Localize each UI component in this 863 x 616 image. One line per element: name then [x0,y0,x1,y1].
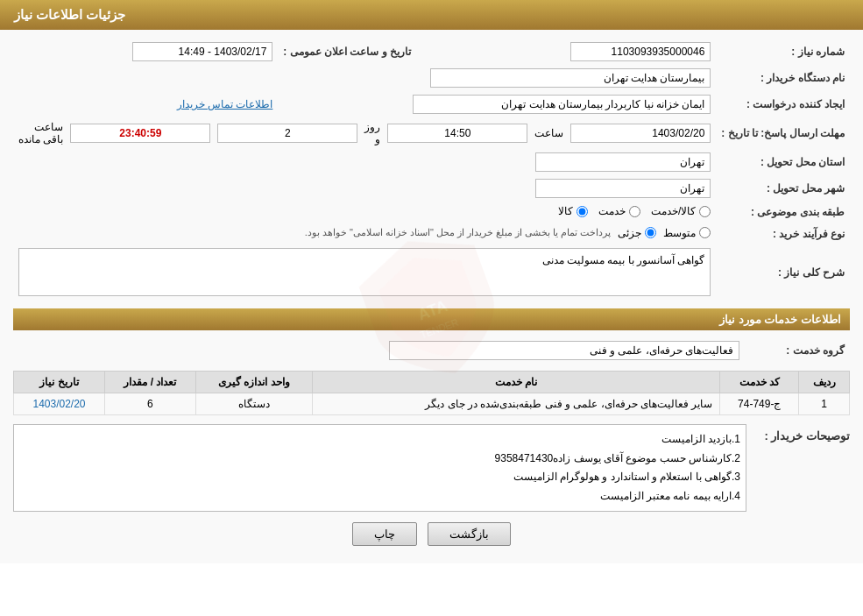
cell-name: سایر فعالیت‌های حرفه‌ای، علمی و فنی طبقه… [313,393,720,415]
datetime-value: 1403/02/17 - 14:49 [132,42,272,61]
cell-date: 1403/02/20 [14,393,105,415]
delivery-province-value: تهران [535,152,711,172]
datetime-label: تاریخ و ساعت اعلان عمومی : [278,39,416,65]
purchase-type-mottaset-label: متوسط [663,227,696,239]
service-table-header-row: ردیف کد خدمت نام خدمت واحد اندازه گیری ت… [14,372,850,393]
col-date: تاریخ نیاز [14,372,105,393]
category-kala-khedmat-label: کالا/خدمت [651,205,696,217]
response-time-value: 14:50 [387,124,527,143]
notes-line: 3.گواهی با استعلام و استاندارد و هولوگرا… [19,468,740,487]
notes-line: 4.ارایه بیمه نامه معتبر الزامیست [19,487,740,506]
notes-line: 1.بازدید الزامیست [19,430,740,450]
service-group-row: گروه خدمت : فعالیت‌های حرفه‌ای، علمی و ف… [13,337,850,364]
category-radio-group: کالا/خدمت خدمت کالا [558,205,711,217]
service-group-value: فعالیت‌های حرفه‌ای، علمی و فنی [389,341,739,360]
buttons-row: بازگشت چاپ [13,522,850,546]
category-khedmat-radio[interactable] [629,206,640,217]
purchase-type-jozi-radio[interactable] [645,227,656,238]
contact-info-link[interactable]: اطلاعات تماس خریدار [177,98,273,110]
response-days-value: 2 [217,124,357,143]
buyer-notes-section: توصیحات خریدار : 1.بازدید الزامیست2.کارش… [13,424,850,512]
category-kala-option[interactable]: کالا [558,205,588,217]
cell-qty: 6 [105,393,196,415]
print-button[interactable]: چاپ [352,522,417,546]
delivery-city-label: شهر محل تحویل : [716,175,850,202]
content-area: شماره نیاز : 1103093935000046 تاریخ و سا… [0,30,863,563]
cell-row: 1 [799,393,850,415]
cell-code: ج-749-74 [720,393,799,415]
purchase-type-mottaset-option[interactable]: متوسط [663,227,711,239]
response-days-label: روز و [364,121,380,145]
page-wrapper: جزئیات اطلاعات نیاز شماره نیاز : 1103093… [0,0,863,616]
response-countdown-value: 23:40:59 [70,124,210,143]
category-kala-radio[interactable] [577,206,588,217]
back-button[interactable]: بازگشت [428,522,511,546]
row-purchase-type: نوع فرآیند خرید : متوسط جزئی پرداخت تمام… [13,223,850,245]
response-remaining-label: ساعت باقی مانده [18,121,63,145]
row-need-number: شماره نیاز : 1103093935000046 تاریخ و سا… [13,39,850,65]
cell-unit: دستگاه [195,393,312,415]
service-table-row: 1 ج-749-74 سایر فعالیت‌های حرفه‌ای، علمی… [14,393,850,415]
notes-line: 2.کارشناس حسب موضوع آقای یوسف زاده935847… [19,450,740,469]
response-date-value: 1403/02/20 [570,124,711,143]
response-time-label: ساعت [534,127,563,139]
need-description-value: گواهی آسانسور با بیمه مسولیت مدنی [542,254,705,266]
info-table: شماره نیاز : 1103093935000046 تاریخ و سا… [13,39,850,300]
category-label: طبقه بندی موضوعی : [716,202,850,223]
purchase-type-label: نوع فرآیند خرید : [716,223,850,245]
category-khedmat-option[interactable]: خدمت [598,205,640,217]
category-kala-khedmat-radio[interactable] [699,206,711,217]
category-kala-khedmat-option[interactable]: کالا/خدمت [651,205,711,217]
services-section-header: اطلاعات خدمات مورد نیاز [13,308,850,330]
services-section-title: اطلاعات خدمات مورد نیاز [719,313,841,326]
purchase-type-jozi-option[interactable]: جزئی [618,227,656,239]
row-category: طبقه بندی موضوعی : کالا/خدمت خدمت [13,202,850,223]
purchase-type-desc: پرداخت تمام یا بخشی از مبلغ خریدار از مح… [305,227,612,238]
purchase-type-mottaset-radio[interactable] [699,227,711,238]
buyer-notes-label: توصیحات خریدار : [753,424,850,443]
category-kala-label: کالا [558,205,573,217]
row-need-description: شرح کلی نیاز : گواهی آسانسور با بیمه مسو… [13,244,850,300]
buyer-notes-box: 1.بازدید الزامیست2.کارشناس حسب موضوع آقا… [13,424,746,512]
service-group-table: گروه خدمت : فعالیت‌های حرفه‌ای، علمی و ف… [13,337,850,364]
row-creator: ایجاد کننده درخواست : ایمان خزانه نیا کا… [13,91,850,117]
need-description-box: گواهی آسانسور با بیمه مسولیت مدنی [18,248,711,296]
service-group-label: گروه خدمت : [745,337,850,364]
row-delivery-province: استان محل تحویل : تهران [13,149,850,175]
creator-label: ایجاد کننده درخواست : [716,91,850,117]
delivery-province-label: استان محل تحویل : [716,149,850,175]
page-title: جزئیات اطلاعات نیاز [14,7,125,22]
col-unit: واحد اندازه گیری [195,372,312,393]
row-response-deadline: مهلت ارسال پاسخ: تا تاریخ : 1403/02/20 س… [13,117,850,149]
response-deadline-label: مهلت ارسال پاسخ: تا تاریخ : [716,117,850,149]
page-header: جزئیات اطلاعات نیاز [0,0,863,30]
service-items-table: ردیف کد خدمت نام خدمت واحد اندازه گیری ت… [13,371,850,415]
col-row: ردیف [799,372,850,393]
col-name: نام خدمت [313,372,720,393]
buyer-org-value: بیمارستان هدایت تهران [430,68,711,88]
col-code: کد خدمت [720,372,799,393]
purchase-type-jozi-label: جزئی [618,227,641,239]
delivery-city-value: تهران [535,179,711,198]
row-delivery-city: شهر محل تحویل : تهران [13,175,850,202]
row-buyer-org: نام دستگاه خریدار : بیمارستان هدایت تهرا… [13,65,850,91]
purchase-type-group: متوسط جزئی پرداخت تمام یا بخشی از مبلغ خ… [305,227,711,239]
need-description-label: شرح کلی نیاز : [716,244,850,300]
need-number-label: شماره نیاز : [716,39,850,65]
buyer-org-label: نام دستگاه خریدار : [716,65,850,91]
services-section: اطلاعات خدمات مورد نیاز گروه خدمت : فعال… [13,308,850,415]
category-khedmat-label: خدمت [598,205,626,217]
timer-row: 1403/02/20 ساعت 14:50 روز و 2 23:40:59 س… [18,121,711,145]
col-qty: تعداد / مقدار [105,372,196,393]
creator-value: ایمان خزانه نیا کاربردار بیمارستان هدایت… [413,95,711,114]
need-number-value: 1103093935000046 [570,42,711,61]
